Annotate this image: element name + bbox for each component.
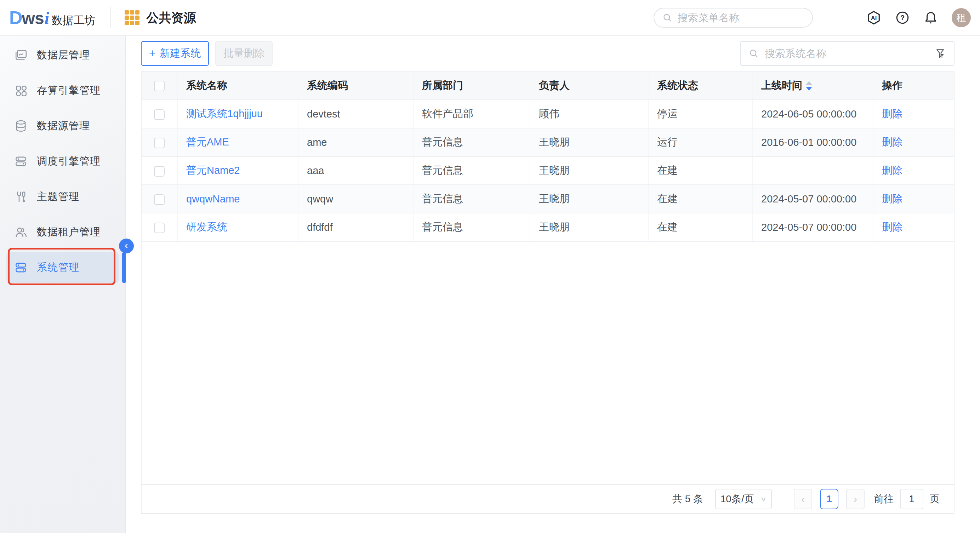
- sidebar-item-inner: 存算引擎管理: [6, 75, 119, 106]
- main-content: + 新建系统 批量删除 系统名称系统编码所属部门负责人系统状态上线时间操作: [127, 36, 980, 533]
- column-header: 系统状态: [648, 71, 752, 100]
- sidebar-item-label: 数据租户管理: [37, 225, 100, 239]
- cell-owner: 顾伟: [530, 100, 648, 128]
- batch-delete-button: 批量删除: [215, 41, 273, 66]
- sidebar-item-3[interactable]: 调度引擎管理: [0, 144, 125, 179]
- table-card: 系统名称系统编码所属部门负责人系统状态上线时间操作 测试系统1qhjjjuude…: [141, 71, 955, 514]
- sidebar-item-4[interactable]: 主题管理: [0, 179, 125, 214]
- system-name-link[interactable]: 普元AME: [186, 136, 229, 148]
- next-page-button[interactable]: ›: [846, 489, 865, 509]
- layers-edit-icon: [14, 49, 28, 62]
- table-body: 测试系统1qhjjjuudevtest软件产品部顾伟停运2024-06-05 0…: [142, 100, 954, 241]
- sidebar-item-5[interactable]: 数据租户管理: [0, 214, 125, 250]
- goto-label: 前往: [874, 492, 894, 506]
- cell-online-time: 2024-05-07 00:00:00: [752, 185, 873, 213]
- table-empty-space: [142, 242, 954, 484]
- sort-caret-icon[interactable]: [806, 81, 812, 90]
- cell-owner: 王晓朋: [530, 185, 648, 213]
- page-title: 公共资源: [146, 10, 196, 26]
- page-size-select[interactable]: 10条/页 ∨: [715, 489, 772, 509]
- delete-link[interactable]: 删除: [882, 136, 902, 148]
- cell-department: 普元信息: [413, 185, 530, 213]
- column-header: 系统编码: [298, 71, 413, 100]
- sidebar-item-label: 调度引擎管理: [37, 154, 100, 168]
- column-header-label: 系统编码: [307, 79, 348, 91]
- row-checkbox[interactable]: [154, 138, 165, 148]
- sidebar-menu: 数据层管理存算引擎管理数据源管理调度引擎管理主题管理数据租户管理系统管理: [0, 36, 125, 285]
- column-header-label: 负责人: [539, 79, 570, 91]
- help-icon[interactable]: ?: [895, 10, 910, 25]
- new-system-button[interactable]: + 新建系统: [141, 41, 209, 66]
- cell-system-name: 普元Name2: [177, 156, 298, 185]
- svg-text:AI: AI: [871, 15, 877, 21]
- system-search-input[interactable]: [765, 48, 935, 59]
- logo-letter-ws: ws: [22, 8, 44, 28]
- row-checkbox[interactable]: [154, 194, 165, 205]
- notification-bell-icon[interactable]: [923, 10, 938, 25]
- menu-search-input[interactable]: [678, 12, 804, 24]
- cell-status: 运行: [648, 128, 752, 156]
- delete-link[interactable]: 删除: [882, 193, 902, 204]
- delete-link[interactable]: 删除: [882, 165, 902, 176]
- system-name-link[interactable]: qwqwName: [186, 193, 240, 205]
- tools-icon: [14, 190, 28, 203]
- sidebar-item-label: 系统管理: [37, 260, 79, 274]
- cell-action: 删除: [873, 213, 954, 241]
- column-header: 操作: [873, 71, 954, 100]
- column-header-label: 所属部门: [422, 79, 463, 91]
- sidebar-item-6[interactable]: 系统管理: [0, 250, 125, 285]
- svg-text:?: ?: [900, 14, 905, 22]
- top-bar: Dwsi 数据工坊 公共资源 AI ?: [0, 0, 980, 36]
- sidebar-collapse-button[interactable]: ‹: [119, 238, 134, 254]
- column-header[interactable]: 上线时间: [752, 71, 873, 100]
- sidebar-item-0[interactable]: 数据层管理: [0, 38, 125, 73]
- goto-page-input[interactable]: [900, 489, 923, 509]
- sidebar-item-label: 主题管理: [37, 190, 79, 204]
- search-icon: [748, 48, 759, 59]
- row-checkbox-cell: [142, 100, 177, 128]
- prev-page-button[interactable]: ‹: [794, 489, 812, 509]
- cell-department: 普元信息: [413, 213, 530, 241]
- row-checkbox-cell: [142, 185, 177, 213]
- menu-search-box[interactable]: [654, 8, 813, 28]
- table-row-4: 研发系统dfdfdf普元信息王晓朋在建2024-05-07 00:00:00删除: [142, 213, 954, 241]
- cell-online-time: 2024-06-05 00:00:00: [752, 100, 873, 128]
- column-header: 系统名称: [177, 71, 298, 100]
- scheduler-engine-icon: [14, 155, 28, 168]
- row-checkbox[interactable]: [154, 166, 165, 177]
- sidebar-item-1[interactable]: 存算引擎管理: [0, 73, 125, 108]
- column-header-label: 系统名称: [186, 79, 227, 91]
- plus-icon: +: [149, 47, 156, 60]
- delete-link[interactable]: 删除: [882, 221, 902, 233]
- app-grid-icon: [124, 10, 140, 26]
- cell-action: 删除: [873, 185, 954, 213]
- cell-system-code: devtest: [298, 100, 413, 128]
- sidebar-item-inner: 数据源管理: [6, 110, 119, 141]
- filter-icon[interactable]: [935, 48, 946, 59]
- table-header-row: 系统名称系统编码所属部门负责人系统状态上线时间操作: [142, 71, 954, 100]
- system-name-link[interactable]: 研发系统: [186, 221, 227, 233]
- cell-system-code: dfdfdf: [298, 213, 413, 241]
- column-header-label: 上线时间: [761, 79, 802, 91]
- delete-link[interactable]: 删除: [882, 108, 902, 119]
- system-name-link[interactable]: 普元Name2: [186, 165, 240, 176]
- cell-department: 普元信息: [413, 128, 530, 156]
- ai-assistant-icon[interactable]: AI: [866, 10, 881, 25]
- chevron-down-icon: ∨: [760, 495, 767, 503]
- sidebar-item-2[interactable]: 数据源管理: [0, 108, 125, 144]
- user-avatar[interactable]: 租: [952, 8, 971, 27]
- cell-online-time: [752, 156, 873, 185]
- column-header-label: 系统状态: [657, 79, 698, 91]
- sidebar-item-label: 数据层管理: [37, 48, 90, 62]
- system-name-link[interactable]: 测试系统1qhjjjuu: [186, 108, 263, 119]
- sidebar: 数据层管理存算引擎管理数据源管理调度引擎管理主题管理数据租户管理系统管理 ‹: [0, 36, 126, 533]
- cell-system-name: 普元AME: [177, 128, 298, 156]
- column-header: 所属部门: [413, 71, 530, 100]
- current-page-button[interactable]: 1: [820, 489, 838, 509]
- row-checkbox[interactable]: [154, 109, 165, 120]
- select-all-checkbox[interactable]: [154, 81, 165, 91]
- system-search-box[interactable]: [740, 41, 955, 66]
- cell-system-name: 测试系统1qhjjjuu: [177, 100, 298, 128]
- row-checkbox[interactable]: [154, 223, 165, 233]
- topbar-divider: [110, 8, 111, 28]
